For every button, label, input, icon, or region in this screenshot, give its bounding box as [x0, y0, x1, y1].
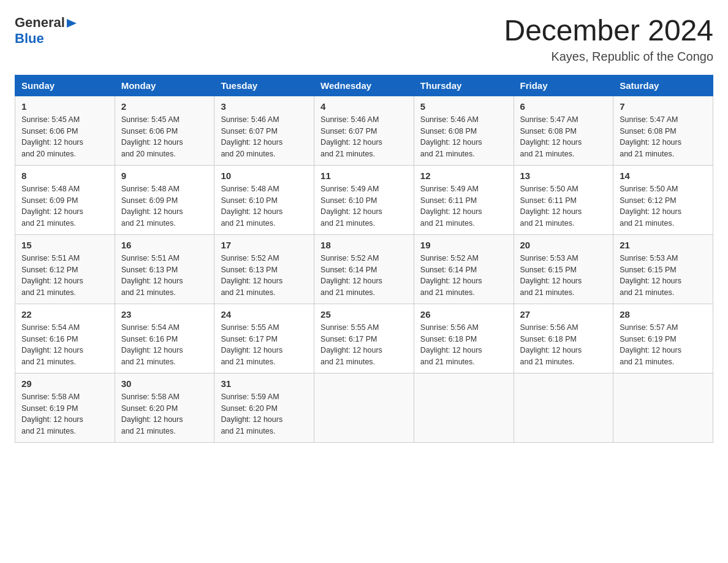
day-number: 8 — [21, 170, 108, 181]
calendar-day-header: Monday — [115, 75, 214, 96]
day-info: Sunrise: 5:47 AMSunset: 6:08 PMDaylight:… — [620, 114, 707, 160]
day-number: 5 — [420, 101, 507, 112]
day-number: 24 — [221, 309, 308, 320]
calendar-day-cell: 19 Sunrise: 5:52 AMSunset: 6:14 PMDaylig… — [414, 234, 514, 304]
calendar-day-header: Wednesday — [314, 75, 414, 96]
calendar-day-cell — [414, 373, 514, 442]
calendar-day-cell: 31 Sunrise: 5:59 AMSunset: 6:20 PMDaylig… — [214, 373, 314, 442]
day-number: 2 — [121, 101, 208, 112]
calendar-day-cell: 20 Sunrise: 5:53 AMSunset: 6:15 PMDaylig… — [514, 234, 613, 304]
day-number: 27 — [520, 309, 607, 320]
calendar-day-cell: 10 Sunrise: 5:48 AMSunset: 6:10 PMDaylig… — [214, 165, 314, 234]
calendar-day-cell: 22 Sunrise: 5:54 AMSunset: 6:16 PMDaylig… — [15, 304, 115, 373]
day-info: Sunrise: 5:49 AMSunset: 6:11 PMDaylight:… — [420, 183, 507, 229]
calendar-table: SundayMondayTuesdayWednesdayThursdayFrid… — [15, 75, 713, 443]
calendar-day-cell: 18 Sunrise: 5:52 AMSunset: 6:14 PMDaylig… — [314, 234, 414, 304]
calendar-day-cell: 2 Sunrise: 5:45 AMSunset: 6:06 PMDayligh… — [115, 96, 214, 165]
day-number: 17 — [221, 240, 308, 250]
day-info: Sunrise: 5:55 AMSunset: 6:17 PMDaylight:… — [320, 322, 408, 368]
calendar-day-header: Friday — [514, 75, 613, 96]
day-info: Sunrise: 5:48 AMSunset: 6:09 PMDaylight:… — [121, 183, 208, 229]
calendar-day-cell: 25 Sunrise: 5:55 AMSunset: 6:17 PMDaylig… — [314, 304, 414, 373]
day-info: Sunrise: 5:49 AMSunset: 6:10 PMDaylight:… — [320, 183, 408, 229]
calendar-day-cell: 7 Sunrise: 5:47 AMSunset: 6:08 PMDayligh… — [613, 96, 713, 165]
day-info: Sunrise: 5:57 AMSunset: 6:19 PMDaylight:… — [620, 322, 707, 368]
logo-blue-text: Blue — [15, 31, 44, 46]
day-info: Sunrise: 5:47 AMSunset: 6:08 PMDaylight:… — [520, 114, 607, 160]
day-info: Sunrise: 5:50 AMSunset: 6:11 PMDaylight:… — [520, 183, 607, 229]
calendar-day-cell: 16 Sunrise: 5:51 AMSunset: 6:13 PMDaylig… — [115, 234, 214, 304]
day-number: 19 — [420, 240, 507, 250]
calendar-day-cell: 9 Sunrise: 5:48 AMSunset: 6:09 PMDayligh… — [115, 165, 214, 234]
day-info: Sunrise: 5:56 AMSunset: 6:18 PMDaylight:… — [520, 322, 607, 368]
day-number: 31 — [221, 378, 308, 389]
day-number: 25 — [320, 309, 408, 320]
day-info: Sunrise: 5:53 AMSunset: 6:15 PMDaylight:… — [620, 253, 707, 299]
day-number: 6 — [520, 101, 607, 112]
day-number: 11 — [320, 170, 408, 181]
day-info: Sunrise: 5:45 AMSunset: 6:06 PMDaylight:… — [21, 114, 108, 160]
day-number: 20 — [520, 240, 607, 250]
day-info: Sunrise: 5:45 AMSunset: 6:06 PMDaylight:… — [121, 114, 208, 160]
calendar-header-row: SundayMondayTuesdayWednesdayThursdayFrid… — [15, 75, 713, 96]
day-number: 1 — [21, 101, 108, 112]
day-number: 28 — [620, 309, 707, 320]
calendar-day-cell — [613, 373, 713, 442]
calendar-week-row: 29 Sunrise: 5:58 AMSunset: 6:19 PMDaylig… — [15, 373, 713, 442]
calendar-week-row: 15 Sunrise: 5:51 AMSunset: 6:12 PMDaylig… — [15, 234, 713, 304]
day-info: Sunrise: 5:51 AMSunset: 6:13 PMDaylight:… — [121, 253, 208, 299]
calendar-week-row: 1 Sunrise: 5:45 AMSunset: 6:06 PMDayligh… — [15, 96, 713, 165]
calendar-day-cell — [514, 373, 613, 442]
day-number: 13 — [520, 170, 607, 181]
calendar-day-cell: 15 Sunrise: 5:51 AMSunset: 6:12 PMDaylig… — [15, 234, 115, 304]
calendar-day-cell: 28 Sunrise: 5:57 AMSunset: 6:19 PMDaylig… — [613, 304, 713, 373]
calendar-day-cell: 8 Sunrise: 5:48 AMSunset: 6:09 PMDayligh… — [15, 165, 115, 234]
day-number: 16 — [121, 240, 208, 250]
day-number: 23 — [121, 309, 208, 320]
day-number: 18 — [320, 240, 408, 250]
day-number: 10 — [221, 170, 308, 181]
day-number: 21 — [620, 240, 707, 250]
calendar-day-cell: 3 Sunrise: 5:46 AMSunset: 6:07 PMDayligh… — [214, 96, 314, 165]
day-number: 15 — [21, 240, 108, 250]
day-info: Sunrise: 5:54 AMSunset: 6:16 PMDaylight:… — [21, 322, 108, 368]
day-number: 14 — [620, 170, 707, 181]
logo: General Blue — [15, 15, 78, 47]
day-info: Sunrise: 5:50 AMSunset: 6:12 PMDaylight:… — [620, 183, 707, 229]
day-info: Sunrise: 5:46 AMSunset: 6:08 PMDaylight:… — [420, 114, 507, 160]
calendar-day-cell: 11 Sunrise: 5:49 AMSunset: 6:10 PMDaylig… — [314, 165, 414, 234]
day-number: 29 — [21, 378, 108, 389]
page-title: December 2024 — [504, 15, 713, 47]
calendar-day-cell: 13 Sunrise: 5:50 AMSunset: 6:11 PMDaylig… — [514, 165, 613, 234]
day-info: Sunrise: 5:54 AMSunset: 6:16 PMDaylight:… — [121, 322, 208, 368]
calendar-day-cell: 23 Sunrise: 5:54 AMSunset: 6:16 PMDaylig… — [115, 304, 214, 373]
calendar-day-cell: 12 Sunrise: 5:49 AMSunset: 6:11 PMDaylig… — [414, 165, 514, 234]
calendar-week-row: 22 Sunrise: 5:54 AMSunset: 6:16 PMDaylig… — [15, 304, 713, 373]
calendar-day-cell: 4 Sunrise: 5:46 AMSunset: 6:07 PMDayligh… — [314, 96, 414, 165]
day-info: Sunrise: 5:55 AMSunset: 6:17 PMDaylight:… — [221, 322, 308, 368]
day-info: Sunrise: 5:48 AMSunset: 6:10 PMDaylight:… — [221, 183, 308, 229]
day-info: Sunrise: 5:51 AMSunset: 6:12 PMDaylight:… — [21, 253, 108, 299]
calendar-day-cell: 24 Sunrise: 5:55 AMSunset: 6:17 PMDaylig… — [214, 304, 314, 373]
day-info: Sunrise: 5:52 AMSunset: 6:13 PMDaylight:… — [221, 253, 308, 299]
day-info: Sunrise: 5:46 AMSunset: 6:07 PMDaylight:… — [221, 114, 308, 160]
day-number: 4 — [320, 101, 408, 112]
day-info: Sunrise: 5:48 AMSunset: 6:09 PMDaylight:… — [21, 183, 108, 229]
calendar-day-header: Sunday — [15, 75, 115, 96]
calendar-day-cell — [314, 373, 414, 442]
calendar-week-row: 8 Sunrise: 5:48 AMSunset: 6:09 PMDayligh… — [15, 165, 713, 234]
day-info: Sunrise: 5:52 AMSunset: 6:14 PMDaylight:… — [320, 253, 408, 299]
day-info: Sunrise: 5:59 AMSunset: 6:20 PMDaylight:… — [221, 391, 308, 437]
day-info: Sunrise: 5:56 AMSunset: 6:18 PMDaylight:… — [420, 322, 507, 368]
day-info: Sunrise: 5:58 AMSunset: 6:20 PMDaylight:… — [121, 391, 208, 437]
calendar-day-cell: 30 Sunrise: 5:58 AMSunset: 6:20 PMDaylig… — [115, 373, 214, 442]
day-number: 22 — [21, 309, 108, 320]
calendar-day-cell: 6 Sunrise: 5:47 AMSunset: 6:08 PMDayligh… — [514, 96, 613, 165]
calendar-day-cell: 5 Sunrise: 5:46 AMSunset: 6:08 PMDayligh… — [414, 96, 514, 165]
calendar-day-cell: 27 Sunrise: 5:56 AMSunset: 6:18 PMDaylig… — [514, 304, 613, 373]
logo-general-text: General — [15, 15, 65, 31]
calendar-day-header: Thursday — [414, 75, 514, 96]
day-number: 3 — [221, 101, 308, 112]
day-info: Sunrise: 5:52 AMSunset: 6:14 PMDaylight:… — [420, 253, 507, 299]
calendar-day-cell: 17 Sunrise: 5:52 AMSunset: 6:13 PMDaylig… — [214, 234, 314, 304]
